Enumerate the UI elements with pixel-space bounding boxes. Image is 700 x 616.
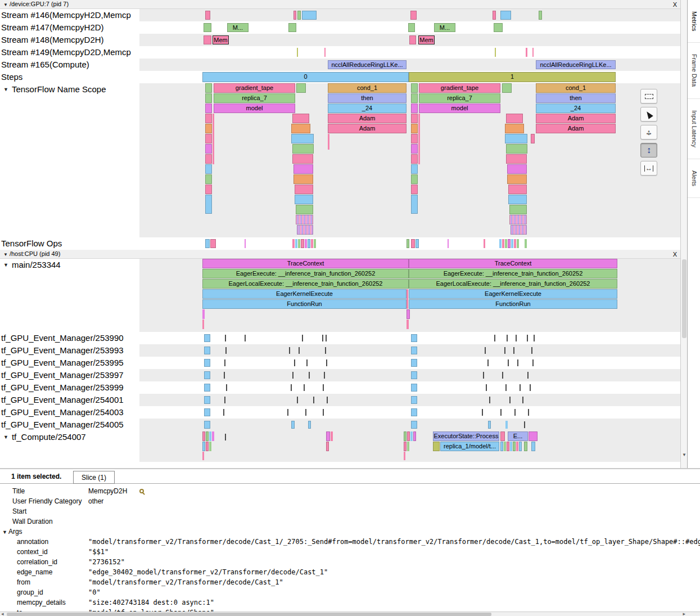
slice[interactable] (507, 442, 509, 451)
slice[interactable] (305, 239, 307, 248)
slice[interactable] (525, 239, 527, 248)
slice-tick[interactable] (224, 372, 225, 379)
close-process-button[interactable]: X (673, 250, 677, 259)
slice[interactable] (506, 154, 527, 164)
slice-EagerKernelExecute[interactable]: EagerKernelExecute (202, 289, 407, 299)
slice[interactable] (298, 239, 300, 248)
slice[interactable] (513, 442, 516, 451)
slice[interactable] (204, 421, 210, 429)
args-section-header[interactable]: ▼Args (0, 527, 700, 537)
slice[interactable] (413, 431, 416, 441)
slice-tick[interactable] (505, 384, 507, 391)
scrollbar-thumb[interactable] (682, 259, 687, 338)
selection-tool-button[interactable] (640, 89, 657, 104)
slice[interactable] (205, 114, 212, 123)
slice-tick[interactable] (225, 434, 226, 440)
slice[interactable] (404, 431, 407, 441)
slice[interactable] (213, 114, 214, 164)
slice[interactable] (326, 431, 330, 441)
slice[interactable] (326, 442, 329, 451)
slice[interactable] (526, 48, 527, 57)
slice[interactable] (314, 239, 316, 248)
slice-tick[interactable] (309, 372, 310, 379)
slice[interactable] (407, 239, 409, 248)
slice[interactable] (510, 442, 512, 451)
slice[interactable] (524, 442, 527, 451)
slice[interactable] (407, 431, 410, 441)
slice[interactable] (505, 124, 524, 133)
slice-tick[interactable] (502, 372, 503, 379)
slice-E-[interactable]: E... (508, 431, 528, 441)
slice-1[interactable]: 1 (409, 72, 616, 82)
slice[interactable] (295, 185, 313, 194)
slice-tick[interactable] (325, 347, 326, 354)
slice[interactable] (288, 23, 296, 32)
slice-tick[interactable] (313, 397, 314, 403)
slice-Adam[interactable]: Adam (328, 124, 407, 133)
expander-icon[interactable]: ▼ (3, 259, 8, 271)
slice[interactable] (245, 239, 246, 248)
slice[interactable] (296, 83, 306, 93)
slice[interactable] (204, 371, 210, 379)
slice[interactable] (418, 114, 420, 164)
slice[interactable] (448, 239, 449, 248)
slice-tick[interactable] (299, 347, 300, 354)
slice-tick[interactable] (326, 359, 327, 366)
slice-M-[interactable]: M... (434, 23, 455, 32)
slice[interactable] (511, 225, 527, 235)
vertical-zoom-tool-button[interactable]: ↕ (640, 143, 657, 158)
slice-tick[interactable] (494, 335, 495, 341)
slice-tick[interactable] (504, 347, 505, 354)
timeline-track[interactable] (139, 381, 680, 394)
slice[interactable] (205, 185, 212, 194)
slice-tick[interactable] (516, 335, 517, 341)
slice[interactable] (411, 164, 418, 174)
slice-gradient_tape[interactable]: gradient_tape (214, 83, 295, 93)
slice-_24[interactable]: _24 (328, 104, 407, 113)
collapse-icon[interactable]: ▼ (3, 250, 8, 259)
slice-tick[interactable] (527, 372, 529, 379)
slice-tick[interactable] (486, 384, 487, 391)
slice[interactable] (202, 452, 204, 460)
timeline-track[interactable] (139, 332, 680, 344)
slice-tick[interactable] (224, 359, 225, 366)
slice[interactable] (205, 124, 212, 133)
slice[interactable] (411, 359, 417, 367)
slice[interactable] (500, 431, 505, 441)
slice-Mem[interactable]: Mem (213, 35, 229, 44)
slice[interactable] (293, 174, 313, 184)
slice-then[interactable]: then (328, 93, 407, 103)
slice[interactable] (204, 23, 211, 32)
slice[interactable] (411, 114, 418, 123)
slice-tick[interactable] (528, 409, 529, 416)
slice-Mem[interactable]: Mem (418, 35, 435, 44)
slice-FunctionRun[interactable]: FunctionRun (409, 299, 617, 309)
timeline-track[interactable] (139, 406, 680, 419)
slice-EagerLocalExecute-__inference_train_function_260252[interactable]: EagerLocalExecute: __inference_train_fun… (202, 279, 409, 289)
slice-ExecutorState-Process[interactable]: ExecutorState::Process (433, 431, 499, 441)
slice-FunctionRun[interactable]: FunctionRun (202, 299, 407, 309)
slice[interactable] (205, 83, 212, 93)
slice-tick[interactable] (324, 372, 325, 379)
pointer-tool-button[interactable] (640, 107, 657, 122)
slice-tick[interactable] (509, 397, 511, 403)
timing-tool-button[interactable]: ↔ (640, 161, 657, 176)
slice-tick[interactable] (224, 397, 225, 403)
slice-tick[interactable] (500, 409, 502, 416)
slice[interactable] (407, 320, 409, 329)
slice-TraceContext[interactable]: TraceContext (202, 259, 409, 268)
slice-tick[interactable] (223, 409, 224, 416)
slice-tick[interactable] (323, 384, 324, 391)
slice-tab[interactable]: Slice (1) (73, 471, 115, 484)
slice[interactable] (411, 83, 418, 93)
slice-tick[interactable] (322, 335, 323, 341)
timeline-track[interactable] (139, 46, 680, 59)
slice-tick[interactable] (485, 347, 486, 354)
slice[interactable] (209, 442, 211, 451)
slice[interactable] (210, 239, 216, 248)
slice-tick[interactable] (291, 384, 292, 391)
slice[interactable] (410, 431, 413, 441)
slice[interactable] (499, 239, 502, 248)
slice[interactable] (509, 215, 527, 224)
slice-tick[interactable] (508, 359, 509, 366)
